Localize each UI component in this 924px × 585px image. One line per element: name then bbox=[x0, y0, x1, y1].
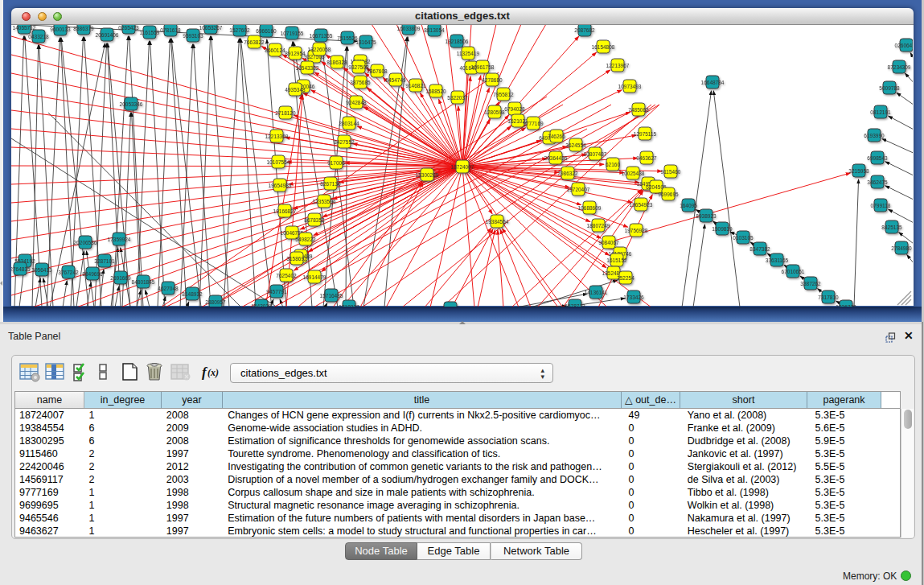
svg-text:9242848: 9242848 bbox=[346, 100, 367, 105]
svg-text:9146821: 9146821 bbox=[405, 83, 426, 89]
svg-text:2691669: 2691669 bbox=[110, 275, 131, 281]
svg-text:8425135: 8425135 bbox=[881, 225, 902, 230]
svg-text:0265423: 0265423 bbox=[118, 25, 139, 31]
svg-text:9600133: 9600133 bbox=[50, 27, 71, 32]
svg-text:1615152: 1615152 bbox=[606, 257, 627, 263]
svg-text:2718120: 2718120 bbox=[275, 110, 296, 116]
svg-text:12213369: 12213369 bbox=[265, 134, 289, 139]
svg-text:17359924: 17359924 bbox=[108, 237, 131, 242]
svg-text:9084067: 9084067 bbox=[598, 240, 619, 245]
svg-text:12213967: 12213967 bbox=[606, 63, 630, 68]
svg-text:1316475: 1316475 bbox=[355, 39, 376, 45]
svg-text:8186328: 8186328 bbox=[326, 60, 347, 65]
svg-text:18724007: 18724007 bbox=[451, 164, 474, 170]
svg-text:20206536: 20206536 bbox=[74, 240, 97, 245]
svg-text:0433218: 0433218 bbox=[28, 34, 49, 39]
svg-text:2803144: 2803144 bbox=[339, 121, 359, 126]
svg-text:6794028: 6794028 bbox=[504, 106, 525, 112]
svg-text:11325419: 11325419 bbox=[457, 51, 480, 56]
svg-text:8148932: 8148932 bbox=[182, 291, 203, 297]
svg-text:10719155: 10719155 bbox=[281, 31, 304, 36]
svg-text:8660124: 8660124 bbox=[265, 47, 285, 53]
svg-text:3215958: 3215958 bbox=[848, 168, 869, 174]
svg-text:2784980: 2784980 bbox=[891, 245, 912, 251]
svg-text:7515526: 7515526 bbox=[337, 35, 358, 41]
svg-text:3462475: 3462475 bbox=[867, 179, 888, 185]
svg-text:7625402: 7625402 bbox=[276, 273, 297, 278]
svg-text:9777169: 9777169 bbox=[523, 121, 544, 126]
svg-text:14055712: 14055712 bbox=[13, 25, 36, 31]
svg-text:3387262: 3387262 bbox=[800, 281, 821, 286]
svg-text:4935348: 4935348 bbox=[285, 87, 306, 93]
svg-text:7485063: 7485063 bbox=[628, 107, 649, 113]
svg-text:16648784: 16648784 bbox=[701, 80, 725, 85]
svg-text:5498222: 5498222 bbox=[295, 237, 316, 242]
svg-text:8386379: 8386379 bbox=[73, 26, 94, 31]
svg-text:19166827: 19166827 bbox=[273, 208, 297, 214]
svg-text:6966160: 6966160 bbox=[256, 28, 277, 34]
svg-text:2867608: 2867608 bbox=[367, 68, 388, 74]
svg-text:6578713: 6578713 bbox=[565, 303, 585, 307]
svg-text:15300285: 15300285 bbox=[416, 172, 439, 178]
svg-text:3875685: 3875685 bbox=[350, 80, 371, 85]
svg-text:8454749: 8454749 bbox=[385, 77, 406, 83]
svg-text:5322037: 5322037 bbox=[447, 95, 468, 101]
svg-text:8912954: 8912954 bbox=[285, 51, 306, 56]
svg-text:12975115: 12975115 bbox=[634, 131, 657, 137]
svg-text:9457791: 9457791 bbox=[266, 289, 287, 295]
svg-text:9593103: 9593103 bbox=[183, 33, 203, 39]
svg-text:19654923: 19654923 bbox=[630, 202, 653, 208]
svg-text:16033809: 16033809 bbox=[397, 26, 421, 31]
svg-text:19654983: 19654983 bbox=[269, 183, 292, 188]
svg-text:16671355: 16671355 bbox=[310, 33, 333, 39]
svg-text:0103105: 0103105 bbox=[733, 235, 754, 241]
svg-text:0812191: 0812191 bbox=[870, 109, 891, 115]
svg-text:1326773: 1326773 bbox=[836, 304, 856, 307]
svg-text:19756928: 19756928 bbox=[625, 228, 648, 233]
svg-text:2880957: 2880957 bbox=[205, 299, 226, 305]
svg-text:6193990: 6193990 bbox=[864, 133, 885, 138]
svg-text:8427552: 8427552 bbox=[334, 139, 355, 145]
svg-text:62160: 62160 bbox=[606, 162, 620, 167]
svg-text:8347382: 8347382 bbox=[749, 246, 770, 252]
svg-text:4896383: 4896383 bbox=[440, 306, 461, 307]
svg-text:9463627: 9463627 bbox=[636, 155, 657, 161]
svg-text:0781618: 0781618 bbox=[160, 27, 181, 33]
svg-text:20364436: 20364436 bbox=[544, 155, 568, 161]
svg-text:1718227: 1718227 bbox=[339, 304, 359, 307]
svg-text:10961758: 10961758 bbox=[471, 64, 495, 70]
svg-text:20053346: 20053346 bbox=[120, 101, 143, 107]
svg-text:10025438: 10025438 bbox=[622, 171, 645, 176]
svg-text:917006: 917006 bbox=[327, 160, 345, 166]
svg-text:1161559: 1161559 bbox=[140, 30, 160, 35]
svg-text:3767242: 3767242 bbox=[58, 270, 79, 275]
svg-text:18807249: 18807249 bbox=[587, 223, 610, 229]
svg-text:1588520: 1588520 bbox=[425, 89, 446, 94]
svg-text:8678352: 8678352 bbox=[304, 217, 325, 223]
svg-text:37631165: 37631165 bbox=[766, 257, 789, 263]
svg-text:15720407: 15720407 bbox=[567, 187, 590, 192]
svg-text:4278680: 4278680 bbox=[482, 77, 503, 83]
svg-text:7986322: 7986322 bbox=[557, 171, 578, 176]
svg-text:19218506: 19218506 bbox=[446, 39, 469, 44]
svg-text:7663822: 7663822 bbox=[244, 39, 265, 45]
svg-text:1733426: 1733426 bbox=[623, 295, 644, 300]
svg-text:252254: 252254 bbox=[617, 275, 634, 281]
svg-text:20691406: 20691406 bbox=[96, 32, 119, 38]
svg-text:164095: 164095 bbox=[680, 203, 697, 208]
svg-text:1527602: 1527602 bbox=[229, 27, 250, 33]
svg-text:84801845: 84801845 bbox=[132, 279, 155, 285]
svg-text:3056413: 3056413 bbox=[31, 267, 52, 273]
svg-text:13226058: 13226058 bbox=[308, 47, 331, 52]
svg-text:3624554: 3624554 bbox=[565, 142, 586, 148]
svg-text:10688609: 10688609 bbox=[578, 205, 602, 211]
svg-text:9327508: 9327508 bbox=[348, 64, 369, 70]
svg-text:10107554: 10107554 bbox=[267, 159, 290, 165]
svg-text:19384554: 19384554 bbox=[486, 219, 509, 225]
svg-text:4627048: 4627048 bbox=[158, 286, 179, 291]
svg-text:16914479: 16914479 bbox=[303, 274, 326, 280]
svg-text:6998543: 6998543 bbox=[867, 155, 888, 161]
svg-text:15716485: 15716485 bbox=[320, 293, 343, 299]
svg-text:0799118: 0799118 bbox=[871, 203, 891, 208]
svg-text:16543382: 16543382 bbox=[296, 65, 319, 71]
